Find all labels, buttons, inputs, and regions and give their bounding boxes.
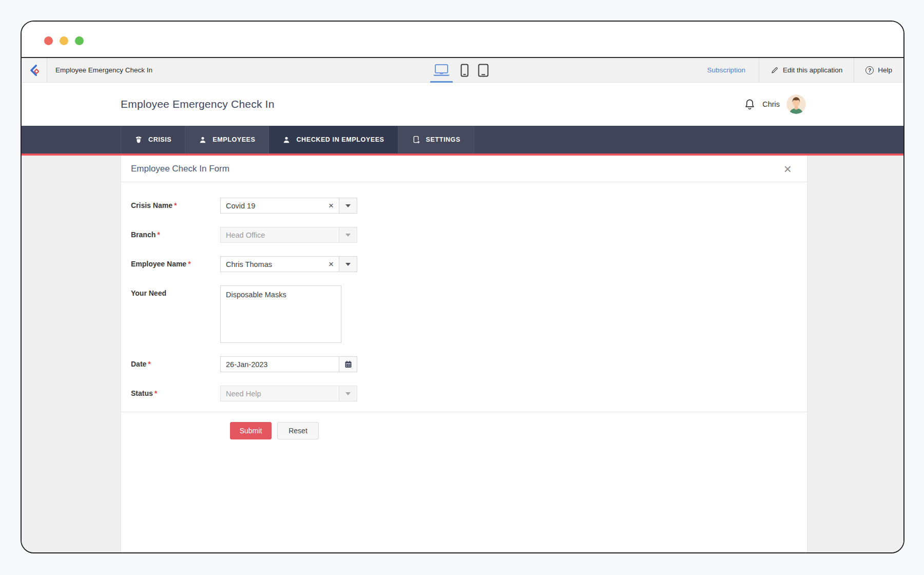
required-asterisk: * xyxy=(148,360,150,368)
status-lookup: Need Help xyxy=(220,386,357,401)
crisis-name-dropdown-button[interactable] xyxy=(339,198,357,214)
app-logo-button[interactable] xyxy=(22,58,47,82)
tab-settings-label: SETTINGS xyxy=(426,136,460,143)
field-row-your-need: Your Need Disposable Masks xyxy=(131,285,807,343)
toolbar-app-title: Employee Emergency Check In xyxy=(55,66,152,74)
user-avatar[interactable] xyxy=(786,94,806,114)
chevron-down-icon xyxy=(345,263,351,266)
user-name[interactable]: Chris xyxy=(762,100,780,108)
date-input[interactable]: 26-Jan-2023 xyxy=(220,356,339,372)
edit-application-button[interactable]: Edit this application xyxy=(759,58,854,82)
submit-button[interactable]: Submit xyxy=(230,422,272,439)
required-asterisk: * xyxy=(155,389,157,397)
tab-crisis-label: CRISIS xyxy=(148,136,171,143)
tab-employees-label: EMPLOYEES xyxy=(213,136,255,143)
required-asterisk: * xyxy=(188,260,190,268)
tab-settings[interactable]: SETTINGS xyxy=(398,126,474,154)
toolbar: Employee Emergency Check In xyxy=(22,57,903,83)
close-window-button[interactable] xyxy=(44,36,53,45)
employee-name-label: Employee Name* xyxy=(131,256,220,272)
status-label: Status* xyxy=(131,386,220,401)
device-preview-switcher xyxy=(432,58,489,82)
zoom-window-button[interactable] xyxy=(75,36,84,45)
date-picker-button[interactable] xyxy=(339,356,357,372)
branch-dropdown-button xyxy=(339,227,357,243)
help-icon: ? xyxy=(865,66,874,74)
app-window: Employee Emergency Check In xyxy=(21,21,904,553)
help-label: Help xyxy=(878,66,892,74)
nav-bar: CRISIS EMPLOYEES CHECKED IN EMPLOYEES xyxy=(22,126,903,156)
employee-name-clear-icon[interactable]: × xyxy=(329,261,334,268)
branch-lookup: Head Office xyxy=(220,227,357,243)
chevron-down-icon xyxy=(345,392,351,395)
laptop-view-button[interactable] xyxy=(432,58,451,82)
field-row-status: Status* Need Help xyxy=(131,386,807,401)
subscription-link[interactable]: Subscription xyxy=(694,58,759,82)
tablet-icon xyxy=(478,64,489,77)
notifications-bell-icon[interactable] xyxy=(744,98,756,111)
form-title: Employee Check In Form xyxy=(131,164,229,174)
zoho-creator-logo-icon xyxy=(28,64,41,77)
status-input: Need Help xyxy=(220,386,339,401)
crisis-name-input[interactable]: Covid 19 × xyxy=(220,198,339,214)
required-asterisk: * xyxy=(157,231,160,239)
toolbar-right: Subscription Edit this application ? Hel… xyxy=(694,58,903,82)
field-row-date: Date* 26-Jan-2023 xyxy=(131,356,807,372)
employee-name-dropdown-button[interactable] xyxy=(339,256,357,272)
crisis-name-lookup: Covid 19 × xyxy=(220,198,357,214)
phone-icon xyxy=(460,64,469,77)
your-need-textarea[interactable]: Disposable Masks xyxy=(220,285,341,343)
field-row-employee-name: Employee Name* Chris Thomas × xyxy=(131,256,807,272)
person-icon xyxy=(282,136,291,144)
form-panel: Employee Check In Form × Crisis Name* Co… xyxy=(121,156,807,552)
status-dropdown-button xyxy=(339,386,357,401)
reset-button[interactable]: Reset xyxy=(277,422,319,439)
crisis-name-clear-icon[interactable]: × xyxy=(329,202,334,209)
minimize-window-button[interactable] xyxy=(60,36,68,45)
field-row-branch: Branch* Head Office xyxy=(131,227,807,243)
traffic-lights xyxy=(44,36,84,45)
employee-name-lookup: Chris Thomas × xyxy=(220,256,357,272)
tab-checked-in-employees[interactable]: CHECKED IN EMPLOYEES xyxy=(268,126,397,154)
branch-label: Branch* xyxy=(131,227,220,243)
tab-employees[interactable]: EMPLOYEES xyxy=(185,126,268,154)
employee-name-input[interactable]: Chris Thomas × xyxy=(220,256,339,272)
required-asterisk: * xyxy=(174,201,177,209)
date-control: 26-Jan-2023 xyxy=(220,356,357,372)
chevron-down-icon xyxy=(345,204,351,207)
form-footer: Submit Reset xyxy=(121,412,807,439)
pencil-icon xyxy=(771,66,779,74)
police-badge-icon xyxy=(134,136,143,144)
tablet-view-button[interactable] xyxy=(478,58,489,82)
device-settings-icon xyxy=(412,135,420,144)
laptop-icon xyxy=(432,64,451,77)
form-body: Crisis Name* Covid 19 × Branch* Hea xyxy=(121,182,807,401)
field-row-crisis-name: Crisis Name* Covid 19 × xyxy=(131,198,807,214)
crisis-name-label: Crisis Name* xyxy=(131,198,220,214)
page-title: Employee Emergency Check In xyxy=(121,98,275,110)
form-header: Employee Check In Form × xyxy=(121,156,807,182)
edit-application-label: Edit this application xyxy=(783,66,842,74)
phone-view-button[interactable] xyxy=(460,58,469,82)
calendar-icon xyxy=(344,360,353,369)
content-area: Employee Check In Form × Crisis Name* Co… xyxy=(22,156,903,552)
window-titlebar xyxy=(22,22,903,57)
branch-input: Head Office xyxy=(220,227,339,243)
app-header: Employee Emergency Check In Chris xyxy=(22,83,903,126)
tab-checked-in-employees-label: CHECKED IN EMPLOYEES xyxy=(296,136,384,143)
your-need-label: Your Need xyxy=(131,285,220,343)
person-icon xyxy=(199,136,207,144)
header-user-area: Chris xyxy=(744,94,806,114)
tab-crisis[interactable]: CRISIS xyxy=(121,126,185,154)
help-button[interactable]: ? Help xyxy=(854,58,903,82)
close-form-icon[interactable]: × xyxy=(784,164,792,174)
chevron-down-icon xyxy=(345,234,351,237)
date-label: Date* xyxy=(131,356,220,372)
